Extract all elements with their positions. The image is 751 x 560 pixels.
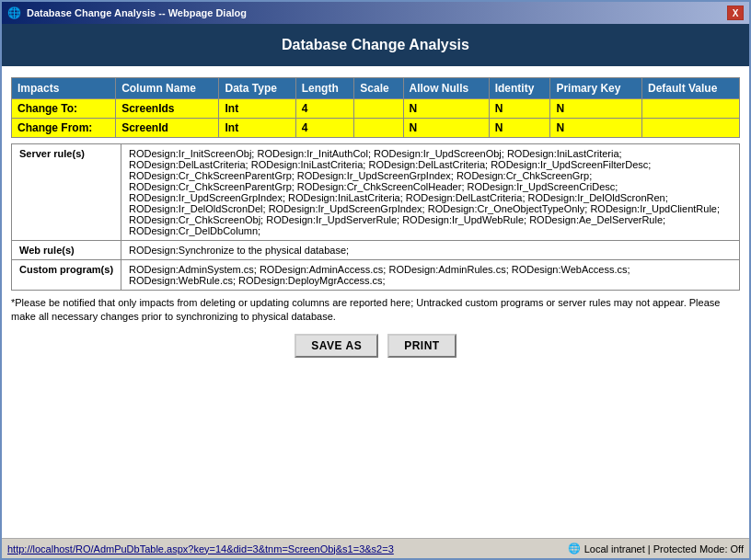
col-header-primary-key: Primary Key [550,78,642,99]
detail-row: Custom program(s)RODesign:AdminSystem.cs… [12,260,740,291]
table-cell: Int [219,99,295,119]
main-window: 🌐 Database Change Analysis -- Webpage Di… [0,0,751,560]
content-area: Database Change Analysis Impacts Column … [2,24,749,538]
table-cell: N [550,99,642,119]
zone-icon: 🌐 [568,543,581,554]
table-cell: N [489,99,550,119]
table-cell [354,119,403,138]
col-header-impacts: Impacts [12,78,116,99]
table-cell: N [489,119,550,138]
table-cell [641,119,739,138]
table-row: Change From:ScreenIdInt4NNN [12,119,740,138]
status-right: 🌐 Local intranet | Protected Mode: Off [568,543,744,554]
title-bar: 🌐 Database Change Analysis -- Webpage Di… [2,2,749,24]
col-header-identity: Identity [489,78,550,99]
page-title: Database Change Analysis [2,24,749,66]
table-cell [641,99,739,119]
table-header-row: Impacts Column Name Data Type Length Sca… [12,78,740,99]
data-table: Impacts Column Name Data Type Length Sca… [11,77,740,138]
detail-row: Server rule(s)RODesign:Ir_InitScreenObj;… [12,144,740,241]
main-content: Impacts Column Name Data Type Length Sca… [2,66,749,538]
title-bar-left: 🌐 Database Change Analysis -- Webpage Di… [7,6,247,19]
zone-text: Local intranet | Protected Mode: Off [584,543,744,554]
col-header-length: Length [295,78,354,99]
print-button[interactable]: PRINT [387,334,456,358]
col-header-allow-nulls: Allow Nulls [403,78,489,99]
detail-label: Web rule(s) [12,241,121,260]
detail-value: RODesign:Ir_InitScreenObj; RODesign:Ir_I… [121,144,740,241]
detail-label: Server rule(s) [12,144,121,241]
table-cell: N [403,119,489,138]
table-cell [354,99,403,119]
button-row: SAVE AS PRINT [11,334,740,358]
detail-row: Web rule(s)RODesign:Synchronize to the p… [12,241,740,260]
save-as-button[interactable]: SAVE AS [295,334,378,358]
table-cell: N [550,119,642,138]
table-cell: Change From: [12,119,116,138]
detail-table: Server rule(s)RODesign:Ir_InitScreenObj;… [11,143,740,291]
col-header-data-type: Data Type [219,78,295,99]
table-cell: N [403,99,489,119]
table-cell: 4 [295,119,354,138]
close-button[interactable]: X [727,6,744,20]
detail-label: Custom program(s) [12,260,121,291]
col-header-default-value: Default Value [641,78,739,99]
col-header-scale: Scale [354,78,403,99]
notice-text: *Please be notified that only impacts fr… [11,296,740,325]
table-cell: 4 [295,99,354,119]
table-cell: Int [219,119,295,138]
table-cell: ScreenIds [116,99,219,119]
table-row: Change To:ScreenIdsInt4NNN [12,99,740,119]
status-url: http://localhost/RO/AdmPuDbTable.aspx?ke… [7,543,394,554]
detail-value: RODesign:AdminSystem.cs; RODesign:AdminA… [121,260,740,291]
title-bar-text: Database Change Analysis -- Webpage Dial… [27,7,247,18]
browser-icon: 🌐 [7,6,21,19]
table-cell: ScreenId [116,119,219,138]
status-bar: http://localhost/RO/AdmPuDbTable.aspx?ke… [2,538,749,558]
detail-value: RODesign:Synchronize to the physical dat… [121,241,740,260]
table-cell: Change To: [12,99,116,119]
col-header-column-name: Column Name [116,78,219,99]
